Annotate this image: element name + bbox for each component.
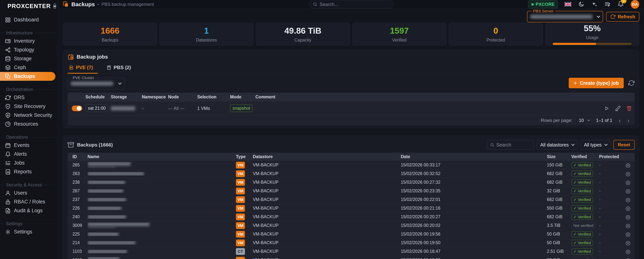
inventory-icon [5,38,11,44]
sidebar-item-label: Resources [14,121,38,127]
backup-date: 15/02/2026 00:19:56 [401,232,547,237]
sidebar-item-resources[interactable]: Resources [0,120,56,128]
sidebar-item-dashboard[interactable]: Dashboard [0,16,56,24]
details-icon[interactable]: ◎ [626,179,630,186]
chevron-down-icon [597,14,600,18]
details-icon[interactable]: ◎ [626,196,630,203]
theme-moon-icon[interactable] [578,1,584,8]
run-job-icon[interactable] [604,106,610,111]
stat-value: 55% [584,24,600,33]
sidebar-collapse-icon[interactable] [53,4,56,9]
sidebar-item-users[interactable]: Users [0,188,56,198]
tab-pbs[interactable]: PBS (2) [105,62,136,74]
delete-icon[interactable] [626,106,632,111]
details-icon[interactable]: ◎ [626,248,630,255]
tab-label: PBS (2) [114,64,131,70]
backups-title-text: Backups (1666) [77,142,113,148]
calendar-icon [5,142,11,148]
sidebar-item-settings[interactable]: Settings [0,228,56,236]
backup-id: 1610 [68,258,88,259]
type-badge: VM [236,214,245,220]
sidebar-item-rbac-roles[interactable]: RBAC / Roles [0,198,56,206]
reset-filters-button[interactable]: Reset [614,140,634,150]
global-search[interactable] [309,0,394,8]
details-icon[interactable]: ◎ [626,214,630,220]
details-icon[interactable]: ◎ [626,240,630,246]
details-icon[interactable]: ◎ [626,205,630,212]
sidebar-item-drs[interactable]: DRS [0,93,56,102]
sidebar-item-label: Ceph [14,64,26,70]
schedule-chip: sat 21:00 [86,104,108,112]
create-job-button[interactable]: + Create {type} job [569,78,624,88]
sidebar-item-network-security[interactable]: Network Security [0,111,56,120]
sidebar-item-inventory[interactable]: Inventory [0,36,56,46]
pbs-server-value-redacted [530,15,592,19]
rows-per-page-label: Rows per page: [541,118,572,123]
sidebar-item-audit-logs[interactable]: Audit & Logs [0,206,56,215]
backup-size: 50 GiB [547,232,571,237]
details-icon[interactable]: ◎ [626,188,630,194]
sidebar-item-jobs[interactable]: Jobs [0,158,56,167]
sidebar-item-alerts[interactable]: Alerts [0,150,56,158]
details-icon[interactable]: ◎ [626,222,630,229]
user-avatar[interactable]: DA [631,0,639,9]
sidebar-item-backups[interactable]: Backups [0,72,56,81]
storage-icon [5,56,11,62]
sidebar-item-label: Alerts [14,151,27,157]
edit-icon[interactable] [615,106,621,111]
backup-size: 50 GiB [547,240,571,245]
backups-search-input[interactable] [496,142,531,148]
backup-jobs-panel: Backup jobs PVE (7) PBS (2) PVE Cluster [63,50,639,128]
refresh-icon [628,80,634,86]
ai-sparkles-icon[interactable] [591,1,598,8]
col-size: Size [547,154,571,159]
sidebar: PROXCENTER Dashboard Infrastructure Inve… [0,0,58,259]
sidebar-item-events[interactable]: Events [0,141,56,150]
task-queue-icon[interactable] [604,1,611,8]
details-icon[interactable]: ◎ [626,162,630,168]
rows-per-page-select[interactable]: 10 [579,118,590,123]
usage-progress-track [553,43,632,45]
namespace-value: – [142,106,168,111]
tab-pve[interactable]: PVE (7) [68,62,98,74]
stat-label: Capacity [294,38,311,43]
global-search-input[interactable] [320,2,390,7]
notifications-button[interactable]: 1 [618,1,624,8]
datastore-filter-select[interactable]: All datastores [537,140,578,150]
backup-protected: - [599,232,624,237]
user-icon [5,190,11,196]
type-filter-select[interactable]: All types [580,140,610,150]
sidebar-item-reports[interactable]: Reports [0,167,56,176]
prev-page-button[interactable]: ‹ [619,117,621,124]
backups-filters: All datastores All types Reset [487,140,634,150]
reload-jobs-button[interactable] [628,80,634,86]
job-row: sat 21:00 – — All — 1 VMs snapshot [68,101,634,115]
col-selection: Selection [197,94,230,100]
file-search-icon [5,208,11,214]
backup-datastore: VM-BACKUP [253,188,401,194]
section-label-settings: Settings [0,220,58,228]
sidebar-item-ceph[interactable]: Ceph [0,63,56,72]
next-page-button[interactable]: › [627,117,629,124]
backup-datastore: VM-BACKUP [253,240,401,245]
pbs-server-select[interactable]: PBS Server [527,9,603,22]
refresh-button[interactable]: Refresh [606,12,639,22]
sidebar-item-site-recovery[interactable]: Site Recovery [0,102,56,111]
pve-cluster-select[interactable]: PVE Cluster [68,76,124,90]
job-enabled-toggle[interactable] [72,106,82,111]
details-icon[interactable]: ◎ [626,231,630,238]
verified-chip: ✓ Verified [571,240,593,246]
report-chart-icon [5,169,11,175]
details-icon[interactable]: ◎ [626,170,630,177]
details-icon[interactable]: ◎ [626,257,630,259]
backups-search[interactable] [487,140,534,150]
sidebar-item-topology[interactable]: Topology [0,46,56,54]
backup-size: 550 GiB [547,206,571,211]
stat-verified: 1597 Verified [352,23,446,46]
language-flag-icon[interactable] [564,2,571,6]
sidebar-item-label: Inventory [14,38,35,44]
sidebar-item-storage[interactable]: Storage [0,54,56,63]
table-row: 237 VM VM-BACKUP 15/02/2026 00:22:01 682… [68,195,634,204]
col-storage: Storage [111,94,142,100]
backup-date: 15/02/2026 00:20:27 [401,214,547,219]
